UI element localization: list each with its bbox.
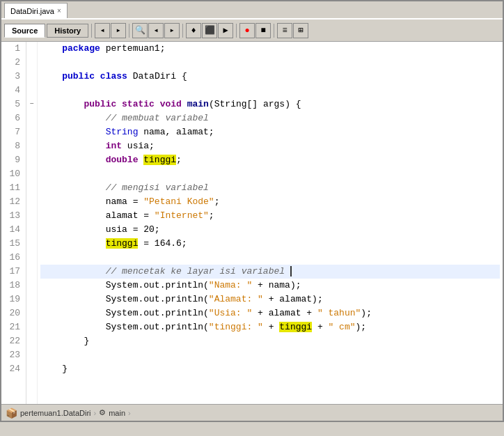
fold-22 [26, 334, 37, 348]
format-btn[interactable]: ≡ [277, 23, 292, 38]
code-line-7: String nama, alamat; [40, 125, 500, 139]
fold-13 [26, 209, 37, 223]
toggle-btn[interactable]: ⬛ [202, 23, 217, 38]
stop-btn[interactable]: ● [239, 23, 255, 38]
code-line-4 [40, 84, 500, 98]
breadcrumb-1[interactable]: pertemuan1.DataDiri [20, 409, 91, 417]
ln-12: 12 [4, 195, 20, 209]
code-line-6: // membuat variabel [40, 111, 500, 125]
toolbar-separator-3 [182, 24, 183, 38]
toolbar-separator-2 [129, 24, 129, 38]
main-window: DataDiri.java × Source History ◂ ▸ 🔍 ◂ ▸… [0, 0, 504, 422]
prev-btn[interactable]: ◂ [148, 23, 164, 38]
code-line-17: // mencetak ke layar isi variabel [40, 265, 500, 279]
tab-close-icon[interactable]: × [57, 7, 61, 15]
fold-24 [26, 362, 37, 376]
history-tab[interactable]: History [47, 24, 88, 38]
fold-8 [26, 139, 37, 153]
breadcrumb-2[interactable]: main [109, 409, 125, 417]
ln-15: 15 [4, 237, 20, 251]
code-line-9: double tinggi; [40, 153, 500, 167]
search-btn[interactable]: 🔍 [132, 23, 148, 38]
fold-10 [26, 167, 37, 181]
fold-19 [26, 293, 37, 306]
code-line-8: int usia; [40, 139, 500, 153]
code-area: 1 2 3 4 5 6 7 8 9 10 11 12 13 14 15 16 1… [1, 42, 503, 404]
fold-23 [26, 348, 37, 362]
toolbar-separator-4 [236, 24, 237, 38]
code-line-2 [40, 56, 500, 70]
fwd-btn[interactable]: ▸ [111, 23, 126, 38]
fold-4 [26, 84, 37, 98]
code-editor[interactable]: package pertemuan1; public class DataDir… [38, 42, 503, 404]
ln-20: 20 [4, 306, 20, 320]
fold-5[interactable]: − [26, 98, 37, 111]
diff-btn[interactable]: ⊞ [293, 23, 308, 38]
fold-gutter: − [26, 42, 38, 404]
code-line-13: alamat = "Internet"; [40, 209, 500, 223]
ln-5: 5 [4, 98, 20, 111]
code-line-21: System.out.println("tinggi: " + tinggi +… [40, 320, 500, 334]
next-btn[interactable]: ▸ [164, 23, 180, 38]
ln-10: 10 [4, 167, 20, 181]
file-tab[interactable]: DataDiri.java × [4, 3, 68, 18]
toolbar-separator-1 [91, 24, 92, 38]
code-line-14: usia = 20; [40, 223, 500, 237]
ln-13: 13 [4, 209, 20, 223]
ln-8: 8 [4, 139, 20, 153]
fold-21 [26, 320, 37, 334]
code-line-3: public class DataDiri { [40, 70, 500, 84]
ln-11: 11 [4, 181, 20, 195]
run-btn[interactable]: ▶ [218, 23, 233, 38]
code-line-15: tinggi = 164.6; [40, 237, 500, 251]
tab-bar: DataDiri.java × [1, 1, 503, 20]
toolbar-group-5: ≡ ⊞ [277, 23, 308, 38]
fold-1 [26, 42, 37, 56]
code-line-18: System.out.println("Nama: " + nama); [40, 279, 500, 293]
ln-16: 16 [4, 251, 20, 265]
fold-6 [26, 111, 37, 125]
breadcrumb-arrow-1: › [94, 409, 97, 417]
line-numbers: 1 2 3 4 5 6 7 8 9 10 11 12 13 14 15 16 1… [1, 42, 26, 404]
fold-9 [26, 153, 37, 167]
bookmark-btn[interactable]: ♦ [186, 23, 201, 38]
square-btn[interactable]: ■ [255, 23, 271, 38]
toolbar-group-1: ◂ ▸ [95, 23, 126, 38]
code-line-20: System.out.println("Usia: " + alamat + "… [40, 306, 500, 320]
code-line-5: public static void main(String[] args) { [40, 98, 500, 111]
ln-3: 3 [4, 70, 20, 84]
source-tab[interactable]: Source [4, 24, 45, 38]
fold-7 [26, 125, 37, 139]
code-line-16 [40, 251, 500, 265]
status-bar: 📦 pertemuan1.DataDiri › ⚙ main › [1, 404, 503, 421]
ln-6: 6 [4, 111, 20, 125]
fold-14 [26, 223, 37, 237]
fold-16 [26, 251, 37, 265]
fold-11 [26, 181, 37, 195]
code-line-22: } [40, 334, 500, 348]
ln-23: 23 [4, 348, 20, 362]
method-icon: ⚙ [99, 408, 106, 417]
fold-15 [26, 237, 37, 251]
toolbar-group-2: 🔍 ◂ ▸ [132, 23, 180, 38]
ln-1: 1 [4, 42, 20, 56]
fold-3 [26, 70, 37, 84]
package-icon: 📦 [6, 407, 17, 419]
fold-2 [26, 56, 37, 70]
code-line-11: // mengisi variabel [40, 181, 500, 195]
ln-9: 9 [4, 153, 20, 167]
breadcrumb-arrow-2: › [128, 409, 131, 417]
code-line-24: } [40, 362, 500, 376]
toolbar: Source History ◂ ▸ 🔍 ◂ ▸ ♦ ⬛ ▶ ● ■ ≡ ⊞ [1, 20, 503, 42]
ln-18: 18 [4, 279, 20, 293]
fold-18 [26, 279, 37, 293]
fold-12 [26, 195, 37, 209]
code-line-19: System.out.println("Alamat: " + alamat); [40, 293, 500, 306]
ln-22: 22 [4, 334, 20, 348]
ln-21: 21 [4, 320, 20, 334]
code-line-10 [40, 167, 500, 181]
toolbar-separator-5 [274, 24, 274, 38]
back-btn[interactable]: ◂ [95, 23, 110, 38]
code-line-23 [40, 348, 500, 362]
toolbar-group-3: ♦ ⬛ ▶ [186, 23, 233, 38]
